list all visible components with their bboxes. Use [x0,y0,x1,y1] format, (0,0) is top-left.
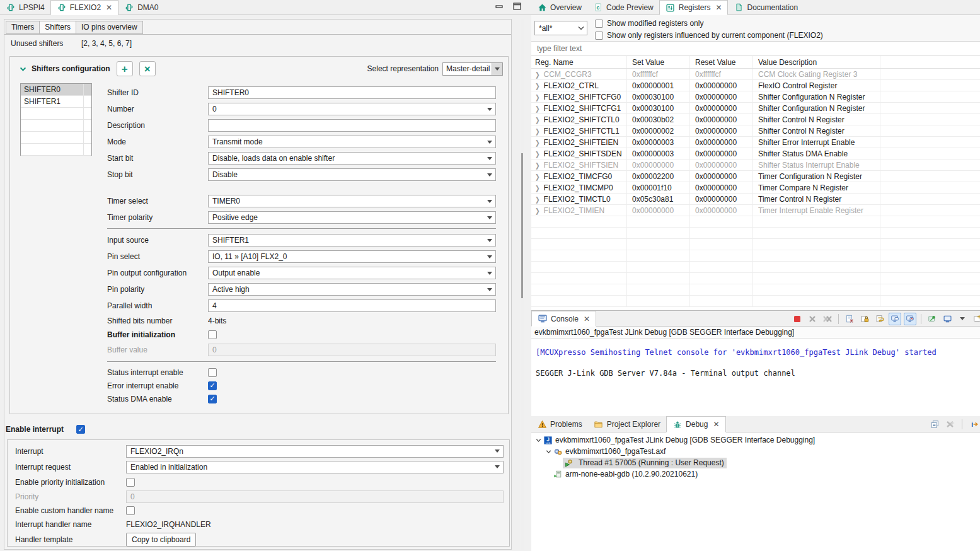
section-collapse-chevron-icon[interactable] [18,64,28,74]
remove-shifter-button[interactable]: × [139,61,156,76]
mode-dropdown[interactable]: Transmit mode [208,136,496,148]
show-influenced-checkbox[interactable] [595,32,603,40]
close-icon[interactable]: ✕ [106,4,112,11]
input-source-dropdown[interactable]: SHIFTER1 [208,234,496,246]
start-bit-dropdown[interactable]: Disable, loads data on enable shifter [208,152,496,165]
remove-terminated-icon[interactable] [944,418,957,431]
expand-chevron-icon[interactable]: ❯ [535,161,540,169]
register-row-flexio2-shiftcfg1[interactable]: ❯FLEXIO2_SHIFTCFG10x000301000x00000000Sh… [531,103,980,114]
scrollbar-thumb[interactable] [521,153,523,298]
enable-interrupt-checkbox[interactable]: ✓ [76,425,85,434]
register-row-ccm-ccgr3[interactable]: ❯CCM_CCGR30xffffffcf0xffffffcfCCM Clock … [531,69,980,80]
parallel-width-field[interactable]: 4 [208,299,496,312]
enable-priority-initialization-checkbox[interactable] [126,478,135,487]
tab-registers[interactable]: Registers✕ [659,0,729,15]
error-interrupt-enable-checkbox[interactable]: ✓ [208,381,217,390]
shifter-list-item-shifter0[interactable]: SHIFTER0 [21,84,91,96]
collapse-all-icon[interactable] [928,418,941,431]
expand-chevron-icon[interactable]: ❯ [535,116,540,124]
status-interrupt-enable-checkbox[interactable] [208,368,217,377]
tab-console[interactable]: Console ✕ [531,311,596,327]
pin-console-icon[interactable] [926,313,938,325]
pin-select-dropdown[interactable]: IO, 11 » [A10] FLX2_0 [208,250,496,263]
timer-select-dropdown[interactable]: TIMER0 [208,195,496,207]
expand-chevron-icon[interactable]: ❯ [535,71,540,78]
view-tab-shifters[interactable]: Shifters [39,21,76,34]
tree-node[interactable]: Thread #1 57005 (Running : User Request) [563,458,727,468]
maximize-view-icon[interactable] [513,3,522,10]
register-row-flexio2-shiftcfg0[interactable]: ❯FLEXIO2_SHIFTCFG00x000301000x00000000Sh… [531,91,980,103]
tree-node[interactable]: arm-none-eabi-gdb (10.2.90.20210621) [553,469,698,479]
register-row-flexio2-shiftsien[interactable]: ❯FLEXIO2_SHIFTSIEN0x000000000x00000000Sh… [531,160,980,171]
shifter-id-field[interactable]: SHIFTER0 [208,86,496,99]
vertical-scrollbar[interactable] [521,19,524,550]
buffer-initialization-checkbox[interactable] [208,330,217,339]
minimize-view-icon[interactable] [495,3,504,10]
close-icon[interactable]: ✕ [584,315,590,323]
terminate-icon[interactable] [791,313,804,325]
add-shifter-button[interactable]: + [117,61,133,76]
column-header-value-description[interactable]: Value Description [753,56,880,68]
tree-node[interactable]: JLinkevkbmimxrt1060_fpgaTest JLink Debug… [543,435,815,445]
register-row-flexio2-shiftctl1[interactable]: ❯FLEXIO2_SHIFTCTL10x000000020x00000000Sh… [531,125,980,137]
open-console-icon[interactable] [941,313,954,325]
timer-polarity-dropdown[interactable]: Positive edge [208,211,496,224]
expand-chevron-icon[interactable]: ❯ [535,127,540,135]
view-tab-timers[interactable]: Timers [6,21,39,34]
expand-chevron-icon[interactable]: ❯ [535,195,540,203]
tab-overview[interactable]: Overview [531,0,587,14]
remove-launch-icon[interactable] [843,313,856,325]
debug-tree-row[interactable]: evkbmimxrt1060_fpgaTest.axf [531,446,980,457]
peripheral-filter-dropdown[interactable]: *all* [534,21,587,35]
tree-expander-chevron-icon[interactable] [544,449,553,455]
debug-tree-row[interactable]: Thread #1 57005 (Running : User Request) [531,457,980,468]
copy-to-clipboard-button[interactable]: Copy to clipboard [126,533,196,547]
close-icon[interactable]: ✕ [713,420,719,428]
dropdown-arrow-icon[interactable] [956,313,969,325]
register-row-flexio2-timien[interactable]: ❯FLEXIO2_TIMIEN0x000000000x00000000Timer… [531,205,980,216]
interrupt-request-dropdown[interactable]: Enabled in initialization [126,461,504,473]
register-filter-input[interactable]: type filter text [531,41,980,55]
expand-chevron-icon[interactable]: ❯ [535,82,540,90]
close-icon[interactable]: ✕ [715,4,722,11]
expand-chevron-icon[interactable]: ❯ [535,93,540,101]
tab-dma0[interactable]: DMA0 [118,0,164,14]
column-header-reg-name[interactable]: Reg. Name [531,56,627,68]
expand-chevron-icon[interactable]: ❯ [535,184,540,192]
tab-problems[interactable]: Problems [531,416,588,432]
tab-code-preview[interactable]: cCode Preview [587,0,659,14]
register-row-flexio2-timcmp0[interactable]: ❯FLEXIO2_TIMCMP00x00001f100x00000000Time… [531,182,980,194]
tab-debug[interactable]: Debug✕ [666,416,725,432]
tab-lpspi4[interactable]: LPSPI4 [0,0,50,14]
tree-node[interactable]: evkbmimxrt1060_fpgaTest.axf [553,446,666,456]
register-row-flexio2-shifteien[interactable]: ❯FLEXIO2_SHIFTEIEN0x000000030x00000000Sh… [531,137,980,148]
column-header-set-value[interactable]: Set Value [627,56,690,68]
tab-documentation[interactable]: Documentation [728,0,804,14]
word-wrap-icon[interactable] [873,313,886,325]
register-row-flexio2-shiftsden[interactable]: ❯FLEXIO2_SHIFTSDEN0x000000030x00000000Sh… [531,148,980,160]
interrupt-dropdown[interactable]: FLEXIO2_IRQn [126,445,504,458]
expand-chevron-icon[interactable]: ❯ [535,207,540,214]
tab-flexio2[interactable]: FLEXIO2✕ [50,0,118,15]
remove-all-terminated-icon[interactable] [821,313,834,325]
pin-output-configuration-dropdown[interactable]: Output enable [208,267,496,279]
expand-chevron-icon[interactable]: ❯ [535,105,540,112]
expand-chevron-icon[interactable]: ❯ [535,173,540,180]
view-tab-io-pins-overview[interactable]: IO pins overview [76,21,143,34]
register-row-flexio2-timctl0[interactable]: ❯FLEXIO2_TIMCTL00x05c30a810x00000000Time… [531,194,980,205]
register-row-flexio2-ctrl[interactable]: ❯FLEXIO2_CTRL0x000000010x00000000FlexIO … [531,80,980,91]
debug-tree-row[interactable]: arm-none-eabi-gdb (10.2.90.20210621) [531,468,980,480]
clear-console-icon[interactable] [806,313,819,325]
tree-expander-chevron-icon[interactable] [534,438,543,443]
description-field[interactable] [208,119,496,132]
register-row-flexio2-timcfg0[interactable]: ❯FLEXIO2_TIMCFG00x000022000x00000000Time… [531,171,980,182]
debug-tree-row[interactable]: JLinkevkbmimxrt1060_fpgaTest JLink Debug… [531,434,980,446]
number-dropdown[interactable]: 0 [208,103,496,115]
enable-custom-handler-name-checkbox[interactable] [126,506,135,515]
expand-chevron-icon[interactable]: ❯ [535,150,540,158]
stop-bit-dropdown[interactable]: Disable [208,168,496,181]
register-row-flexio2-shiftctl0[interactable]: ❯FLEXIO2_SHIFTCTL00x00030b020x00000000Sh… [531,114,980,125]
representation-dropdown[interactable]: Master-detail [442,62,503,76]
pin-polarity-dropdown[interactable]: Active high [208,283,496,296]
show-stdout-icon[interactable] [889,313,901,325]
